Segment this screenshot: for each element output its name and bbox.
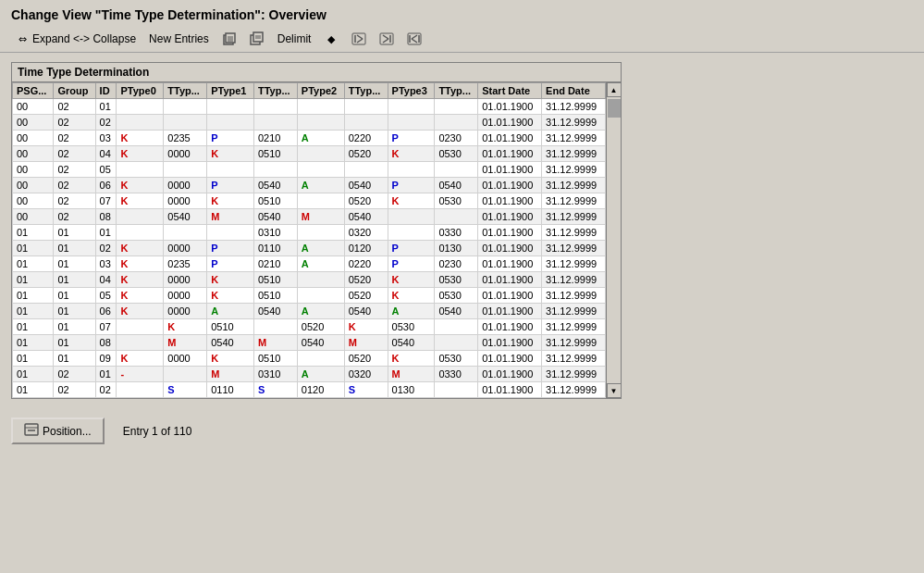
table-cell: P xyxy=(388,241,435,256)
copy2-icon-button[interactable] xyxy=(246,30,268,48)
table-cell xyxy=(297,99,344,115)
scroll-up-arrow[interactable]: ▲ xyxy=(607,82,622,97)
table-cell: 0000 xyxy=(164,288,207,304)
table-cell: 02 xyxy=(54,178,95,193)
table-cell xyxy=(435,382,478,398)
table-cell: 02 xyxy=(54,131,95,146)
nav-next-button[interactable] xyxy=(376,30,398,48)
diamond-icon: ◆ xyxy=(324,31,339,46)
table-cell: A xyxy=(297,241,344,256)
table-scroll-view[interactable]: PSG... Group ID PType0 TTyp... PType1 TT… xyxy=(12,82,606,398)
table-cell: 0540 xyxy=(435,304,478,319)
scroll-thumb[interactable] xyxy=(608,99,621,118)
table-cell: 03 xyxy=(95,131,117,146)
table-cell: 02 xyxy=(54,367,95,382)
table-row[interactable]: 000206K0000P0540A0540P054001.01.190031.1… xyxy=(13,178,606,193)
table-row[interactable]: 010107K05100520K053001.01.190031.12.9999 xyxy=(13,319,606,335)
table-row[interactable]: 00020101.01.190031.12.9999 xyxy=(13,99,606,115)
table-cell: 04 xyxy=(95,146,117,162)
table-row[interactable]: 010105K0000K05100520K053001.01.190031.12… xyxy=(13,288,606,304)
table-cell: 31.12.9999 xyxy=(542,351,606,367)
table-row[interactable]: 010102K0000P0110A0120P013001.01.190031.1… xyxy=(13,241,606,256)
table-cell: 08 xyxy=(95,209,117,225)
new-entries-button[interactable]: New Entries xyxy=(145,31,213,47)
copy-icon-button[interactable] xyxy=(218,30,240,48)
table-cell: 0120 xyxy=(297,382,344,398)
table-cell: 0210 xyxy=(253,256,297,272)
table-cell xyxy=(164,367,207,382)
table-cell: 01 xyxy=(95,367,117,382)
table-row[interactable]: 0002080540M0540M054001.01.190031.12.9999 xyxy=(13,209,606,225)
table-cell: 31.12.9999 xyxy=(542,256,606,272)
table-cell: 0000 xyxy=(164,351,207,367)
table-cell: 0000 xyxy=(164,178,207,193)
table-row[interactable]: 010108M0540M0540M054001.01.190031.12.999… xyxy=(13,335,606,351)
svg-line-20 xyxy=(412,39,417,43)
table-cell: 0530 xyxy=(435,351,478,367)
table-cell: K xyxy=(388,193,435,209)
table-cell: 0000 xyxy=(164,272,207,288)
table-cell: 0120 xyxy=(344,241,388,256)
table-cell xyxy=(117,335,164,351)
table-row[interactable]: 010202S0110S0120S013001.01.190031.12.999… xyxy=(13,382,606,398)
col-ptype3: PType3 xyxy=(388,83,435,99)
table-row[interactable]: 010104K0000K05100520K053001.01.190031.12… xyxy=(13,272,606,288)
table-cell: 0520 xyxy=(344,288,388,304)
table-row[interactable]: 00020501.01.190031.12.9999 xyxy=(13,162,606,178)
table-cell: K xyxy=(388,288,435,304)
table-cell: 0510 xyxy=(253,193,297,209)
table-cell: 0230 xyxy=(435,131,478,146)
table-cell: K xyxy=(117,351,164,367)
table-cell: 01 xyxy=(13,335,54,351)
table-cell: S xyxy=(344,382,388,398)
table-row[interactable]: 000204K0000K05100520K053001.01.190031.12… xyxy=(13,146,606,162)
table-cell: M xyxy=(253,335,297,351)
table-cell xyxy=(297,162,344,178)
table-cell: 02 xyxy=(95,241,117,256)
scroll-down-arrow[interactable]: ▼ xyxy=(607,383,622,398)
diamond-icon-button[interactable]: ◆ xyxy=(320,30,342,48)
main-content: Time Type Determination PSG... Group ID … xyxy=(0,53,924,408)
table-row[interactable]: 00020201.01.190031.12.9999 xyxy=(13,115,606,131)
expand-collapse-button[interactable]: ⇔ Expand <-> Collapse xyxy=(11,30,140,48)
table-cell: K xyxy=(117,241,164,256)
delimit-button[interactable]: Delimit xyxy=(274,31,315,47)
table-cell: M xyxy=(344,335,388,351)
table-cell: 02 xyxy=(54,193,95,209)
table-cell xyxy=(344,99,388,115)
table-row[interactable]: 010106K0000A0540A0540A054001.01.190031.1… xyxy=(13,304,606,319)
table-cell: 01.01.1900 xyxy=(478,351,542,367)
table-cell: 01 xyxy=(54,335,95,351)
table-row[interactable]: 010201-M0310A0320M033001.01.190031.12.99… xyxy=(13,367,606,382)
table-cell: 0540 xyxy=(253,304,297,319)
table-cell: 0520 xyxy=(344,351,388,367)
col-start-date: Start Date xyxy=(478,83,542,99)
nav-prev-icon xyxy=(351,31,366,46)
table-cell xyxy=(435,115,478,131)
table-row[interactable]: 010103K0235P0210A0220P023001.01.190031.1… xyxy=(13,256,606,272)
table-cell xyxy=(253,115,297,131)
table-cell: P xyxy=(388,256,435,272)
table-header-row: PSG... Group ID PType0 TTyp... PType1 TT… xyxy=(13,83,606,99)
table-row[interactable]: 010109K0000K05100520K053001.01.190031.12… xyxy=(13,351,606,367)
table-row[interactable]: 01010103100320033001.01.190031.12.9999 xyxy=(13,225,606,241)
copy2-icon xyxy=(250,31,265,46)
table-cell: K xyxy=(207,193,254,209)
table-cell: 06 xyxy=(95,304,117,319)
table-row[interactable]: 000203K0235P0210A0220P023001.01.190031.1… xyxy=(13,131,606,146)
table-cell xyxy=(207,162,254,178)
nav-prev-button[interactable] xyxy=(348,30,370,48)
col-group: Group xyxy=(54,83,95,99)
table-row[interactable]: 000207K0000K05100520K053001.01.190031.12… xyxy=(13,193,606,209)
table-cell xyxy=(253,162,297,178)
svg-line-19 xyxy=(412,35,417,39)
nav-end-button[interactable] xyxy=(403,30,425,48)
table-cell: 31.12.9999 xyxy=(542,288,606,304)
table-cell: 01 xyxy=(13,225,54,241)
table-cell: 0540 xyxy=(253,178,297,193)
scrollbar[interactable]: ▲ ▼ xyxy=(606,82,621,398)
position-button[interactable]: Position... xyxy=(11,417,105,444)
table-cell: 31.12.9999 xyxy=(542,99,606,115)
table-cell: 0110 xyxy=(253,241,297,256)
table-cell: 0310 xyxy=(253,367,297,382)
